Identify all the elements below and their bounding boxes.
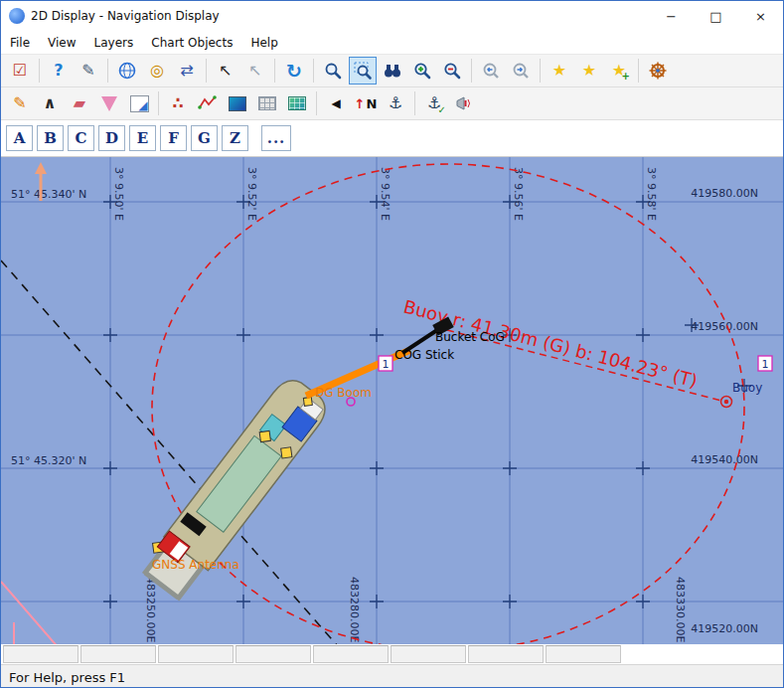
letter-button-z[interactable]: Z: [222, 125, 248, 151]
anchor-icon: ⚓: [389, 95, 402, 111]
profile-chart-icon: ◢: [130, 95, 149, 112]
zoom-window-icon: [353, 61, 373, 81]
letter-button-d[interactable]: D: [98, 125, 125, 151]
magnifier-icon: [323, 61, 343, 81]
link-arrows-icon: ⇄: [180, 63, 193, 79]
menu-item-chart-objects[interactable]: Chart Objects: [142, 33, 241, 53]
menu-item-layers[interactable]: Layers: [85, 33, 143, 53]
binoculars-icon: [383, 61, 402, 81]
overview-button[interactable]: [379, 57, 406, 85]
letter-button-c[interactable]: C: [68, 125, 94, 151]
longitude-label: 3° 9.58' E: [645, 167, 658, 221]
app-window: 2D Display - Navigation Display − □ × Fi…: [0, 0, 784, 688]
draw-tools-button[interactable]: ✎: [6, 89, 34, 117]
separator: [638, 59, 639, 83]
cursor-arrow-outline-icon: ↖: [248, 63, 261, 79]
close-button[interactable]: ×: [738, 1, 783, 31]
buoy-marker[interactable]: [721, 397, 732, 408]
boundary-line: [1, 582, 73, 644]
longitude-label: 3° 9.52' E: [245, 167, 258, 221]
flip-button[interactable]: ◀: [322, 89, 350, 117]
easting-label: 483280.00E: [348, 577, 361, 642]
check-badge-icon: ✓: [438, 105, 446, 115]
polyline-button[interactable]: [194, 89, 222, 117]
maximize-button[interactable]: □: [694, 1, 738, 31]
event-marker-1[interactable]: 1: [379, 356, 392, 371]
target-button[interactable]: ◎: [143, 57, 171, 85]
zoom-in-button[interactable]: [408, 57, 436, 85]
refresh-button[interactable]: ↻: [280, 57, 308, 85]
status-bar: For Help, press F1: [1, 664, 783, 688]
zoom-tool-button[interactable]: [319, 57, 347, 85]
divider-button[interactable]: ∧: [36, 89, 64, 117]
grid-view-button[interactable]: [253, 89, 281, 117]
latitude-label: 51° 45.320' N: [11, 454, 86, 467]
letter-toolbar: A B C D E F G Z ...: [1, 120, 783, 157]
letter-button-a[interactable]: A: [6, 125, 33, 151]
profile-curve-glyph: ◢: [138, 99, 147, 111]
matrix-button[interactable]: [283, 89, 311, 117]
favorite-button-2[interactable]: ★: [575, 57, 603, 85]
event-marker-2[interactable]: 1: [758, 356, 772, 371]
northing-label: 419580.00N: [691, 187, 758, 200]
scatter-button[interactable]: ∴: [164, 89, 192, 117]
gradient-button[interactable]: [224, 89, 251, 117]
zoom-in-icon: [412, 61, 432, 81]
eraser-button[interactable]: ▰: [66, 89, 93, 117]
easting-label: 483250.00E: [144, 577, 157, 642]
letter-button-more[interactable]: ...: [261, 125, 291, 151]
select-cursor-button[interactable]: ↖: [212, 57, 239, 85]
globe-button[interactable]: [113, 57, 141, 85]
letter-button-g[interactable]: G: [191, 125, 218, 151]
cog-stick-label: COG Stick: [394, 348, 454, 362]
letter-button-e[interactable]: E: [129, 125, 156, 151]
northing-label: 419560.00N: [691, 320, 758, 333]
layer-check-button[interactable]: ☑: [6, 57, 34, 85]
northing-label: 419520.00N: [691, 622, 758, 635]
polyline-icon: [198, 93, 218, 113]
northing-label: 419540.00N: [691, 453, 758, 466]
pan-cursor-button[interactable]: ↖: [241, 57, 269, 85]
profile-button[interactable]: ◢: [125, 89, 153, 117]
app-icon: [9, 8, 25, 24]
alarm-button[interactable]: [450, 89, 478, 117]
info-pointer-button[interactable]: ?: [45, 57, 73, 85]
scatter-points-icon: ∴: [172, 95, 183, 111]
chart-canvas[interactable]: 51° 45.340' N 51° 45.320' N 419580.00N 4…: [1, 157, 784, 644]
favorite-button-1[interactable]: ★: [546, 57, 573, 85]
zoom-next-button[interactable]: [507, 57, 535, 85]
anchor-button[interactable]: ⚓: [382, 89, 409, 117]
zoom-previous-button[interactable]: [477, 57, 505, 85]
cone-icon: [101, 96, 117, 111]
latitude-label: 51° 45.340' N: [11, 188, 86, 201]
chart-area[interactable]: 51° 45.340' N 51° 45.320' N 419580.00N 4…: [1, 157, 784, 644]
zoom-window-button[interactable]: [349, 57, 377, 85]
anchor-watch-button[interactable]: ⚓ ✓: [420, 89, 448, 117]
status-text: For Help, press F1: [9, 670, 125, 685]
north-arrow-button[interactable]: ↑ N: [352, 89, 380, 117]
buoy-label: Buoy: [732, 381, 762, 395]
menu-item-file[interactable]: File: [1, 33, 39, 53]
cursor-arrow-icon: ↖: [219, 63, 232, 79]
deck-marker: [281, 447, 292, 458]
zoom-out-button[interactable]: [438, 57, 466, 85]
link-points-button[interactable]: ⇄: [173, 57, 201, 85]
zoom-previous-icon: [481, 61, 501, 81]
menu-item-view[interactable]: View: [39, 33, 84, 53]
matrix-icon: [288, 96, 306, 110]
separator: [414, 91, 415, 115]
letter-button-f[interactable]: F: [160, 125, 187, 151]
letter-button-b[interactable]: B: [37, 125, 64, 151]
favorite-add-button[interactable]: ★ +: [605, 57, 633, 85]
measure-pen-button[interactable]: ✎: [75, 57, 102, 85]
range-circle: [152, 164, 744, 644]
zoom-out-icon: [442, 61, 462, 81]
minimize-button[interactable]: −: [649, 1, 694, 31]
separator: [107, 59, 108, 83]
gnss-antenna-label: GNSS Antenna: [152, 558, 239, 572]
status-panel: [158, 645, 234, 663]
cone-button[interactable]: [95, 89, 123, 117]
longitude-label: 3° 9.56' E: [512, 167, 525, 221]
menu-item-help[interactable]: Help: [241, 33, 286, 53]
helm-button[interactable]: [644, 57, 672, 85]
